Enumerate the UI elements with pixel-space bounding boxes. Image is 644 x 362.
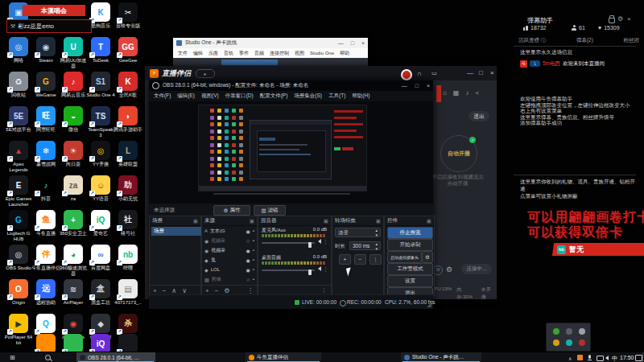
desktop-icon[interactable]: ✂↗ (118, 2, 138, 22)
desktop-icon[interactable]: ↗ (118, 334, 138, 353)
share-icon[interactable]: < (475, 89, 479, 97)
properties-button[interactable]: ⚙属性 (213, 205, 250, 216)
display-icon[interactable]: ▭ (431, 70, 437, 76)
lock-icon[interactable]: ▪ (253, 228, 254, 233)
obs-titlebar[interactable]: OBS 28.0.1 (64-bit, windows) - 配置文件: 未命名… (149, 80, 433, 91)
desktop-icon[interactable]: ♪↗ (36, 175, 56, 195)
desktop-icon[interactable]: K↗ (118, 72, 138, 91)
desktop-icon[interactable]: iQ↗ (91, 334, 110, 353)
visibility-eye-icon[interactable]: ◉ (246, 267, 250, 273)
transition-select[interactable]: 淡变▴▾ (335, 228, 381, 237)
desktop-icon[interactable]: 盒↗ (91, 279, 110, 298)
minimize-icon[interactable]: — (338, 40, 344, 46)
tray-popup-icon[interactable] (566, 328, 572, 335)
desktop-icon[interactable]: ◗↗ (118, 106, 138, 125)
dock-icon[interactable]: ▣ (193, 218, 198, 224)
bell-icon[interactable]: ♪ (465, 89, 469, 97)
up-icon[interactable]: ∧ (171, 287, 176, 294)
desktop-icon[interactable]: ◉↗ (64, 314, 83, 333)
virtual-camera-button[interactable]: 启动虚拟摄像头 (387, 251, 422, 263)
desktop-icon[interactable]: GG↗ (118, 37, 138, 56)
start-button[interactable]: ⊞ (10, 355, 15, 361)
desktop-icon[interactable]: ◆↗ (91, 314, 110, 333)
source-row[interactable]: A文本(G◉▪ (202, 226, 257, 236)
tray-popup-icon[interactable] (579, 328, 585, 335)
tray-popup-icon[interactable] (553, 328, 559, 335)
version-pill[interactable]: ▸ (196, 69, 215, 78)
remove-transition-button[interactable]: − (354, 254, 366, 265)
menu-item[interactable]: 连接控制 (270, 50, 289, 57)
down-icon[interactable]: ∨ (182, 287, 187, 294)
visibility-eye-icon[interactable]: ◉ (246, 228, 250, 234)
menu-item[interactable]: 编辑 (193, 50, 203, 57)
desktop-icon[interactable]: ◕↗ (64, 245, 83, 264)
speaker-icon[interactable] (605, 356, 609, 360)
visibility-eye-icon[interactable]: ◉ (246, 257, 250, 263)
add-icon[interactable]: + (205, 287, 209, 294)
desktop-icon[interactable]: K↗ (91, 2, 110, 22)
menu-item[interactable]: 编辑(E) (177, 93, 195, 100)
maximize-icon[interactable]: □ (351, 40, 354, 46)
desktop-icon[interactable]: L↗ (118, 141, 138, 160)
dock-icon[interactable]: ▣ (324, 218, 328, 224)
maximize-icon[interactable]: □ (415, 83, 419, 88)
taskbar-button[interactable]: Studio One - 声卡跳… (401, 352, 481, 362)
desktop-icon[interactable]: ♪↗ (64, 72, 83, 91)
source-row[interactable]: ◆LOL◉▪ (202, 265, 257, 274)
minimize-icon[interactable]: — (402, 83, 407, 88)
desktop-icon[interactable]: 杀↗ (118, 314, 138, 333)
close-icon[interactable]: × (490, 69, 494, 76)
lock-icon[interactable]: ▪ (253, 277, 254, 282)
close-icon[interactable]: × (627, 15, 631, 23)
desktop-icon[interactable]: TS↗ (91, 106, 110, 125)
desktop-icon[interactable]: Q↗ (36, 314, 56, 333)
desktop-icon[interactable]: iQ↗ (91, 210, 110, 229)
desktop-icon[interactable]: U↗ (64, 37, 83, 56)
dock-icon[interactable]: ▣ (427, 218, 431, 224)
grid-icon[interactable]: ▦ (453, 89, 460, 97)
desktop-icon[interactable]: 伴↗ (36, 245, 56, 264)
show-desktop-button[interactable] (642, 352, 643, 362)
menu-item[interactable]: 场景集合(S) (294, 93, 322, 100)
menu-item[interactable]: 工具(T) (328, 93, 345, 100)
source-row[interactable]: ▨图像⊘▪ (202, 274, 257, 284)
lock-icon[interactable]: ▪ (253, 248, 254, 253)
live-companion-titlebar[interactable]: ⚡ 直播伴侣 ▸ ∩ ▭ — □ × (145, 66, 497, 80)
scene-list-item[interactable]: 场景 (151, 227, 201, 236)
desktop-icon[interactable]: ▤↗ (118, 279, 138, 298)
visibility-eye-icon[interactable]: ⊘ (246, 238, 250, 244)
menu-item[interactable]: Studio One (310, 51, 334, 56)
record-icon[interactable] (401, 69, 412, 80)
desktop-icon[interactable]: ∞↗ (91, 245, 110, 264)
desktop-icon[interactable]: ◎↗ (9, 37, 28, 56)
desktop-icon[interactable]: ❄↗ (36, 141, 56, 160)
desktop-icon[interactable]: za↗ (64, 175, 83, 195)
desktop-icon[interactable]: ◎↗ (9, 245, 28, 264)
dock-icon[interactable]: ▣ (376, 218, 381, 224)
close-icon[interactable]: × (427, 83, 430, 88)
source-row[interactable]: ◉视频采◉▪ (202, 245, 257, 255)
obs-preview-screen-capture[interactable] (199, 105, 366, 191)
duration-spinner[interactable]: 300 ms▴▾ (349, 241, 381, 250)
chat-tab[interactable]: 活跃度榜 ⓘ (518, 37, 546, 45)
tray-popup-icon[interactable] (579, 339, 585, 346)
tray-expand-icon[interactable]: ∧ (568, 356, 572, 361)
dock-icon[interactable]: ▣ (250, 218, 254, 224)
tray-popup-icon[interactable] (566, 339, 572, 346)
more-icon[interactable]: ⋮ (321, 287, 327, 294)
source-row[interactable]: ◆鬼◉▪ (202, 255, 257, 265)
lock-icon[interactable]: ▪ (253, 238, 254, 243)
desktop-icon[interactable]: ↗ (64, 334, 83, 353)
lock-icon[interactable]: ⌂ (443, 89, 447, 97)
desktop-icon[interactable]: ◉↗ (36, 37, 56, 56)
desktop-icon[interactable]: ◒↗ (64, 106, 83, 125)
desktop-icon[interactable]: 旺↗ (36, 106, 56, 125)
auto-start-circle[interactable]: 自动开播 ✓ (440, 135, 477, 172)
desktop-icon[interactable]: S1↗ (91, 72, 110, 91)
visibility-eye-icon[interactable]: ⊘ (246, 277, 250, 282)
gear-icon[interactable]: ⚙ (446, 265, 452, 274)
desktop-icon[interactable]: +↗ (64, 210, 83, 229)
desktop-icon[interactable]: O↗ (9, 279, 28, 298)
more-icon[interactable]: ⋮ (323, 239, 328, 245)
menu-item[interactable]: 文件 (178, 50, 188, 57)
